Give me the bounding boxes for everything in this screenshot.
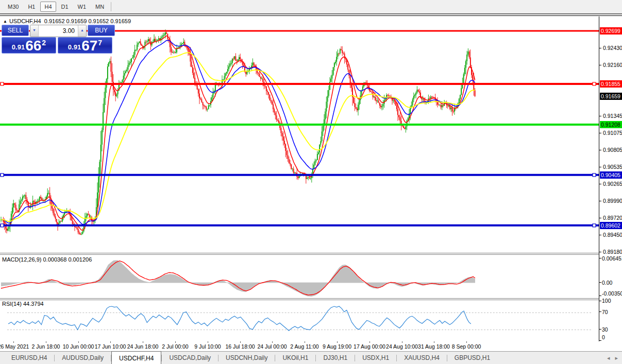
timeframe-button-group: M30H1H4D1W1MN — [3, 0, 109, 12]
price-tick-label: 0.91075 — [603, 130, 622, 136]
time-tick-mark — [208, 341, 208, 343]
time-tick-label: 8 Sep 00:00 — [452, 343, 481, 350]
time-tick-label: 24 Aug 10:00 — [386, 343, 418, 350]
timeframe-button-h4[interactable]: H4 — [40, 2, 56, 12]
macd-tick-label: 0.006451 — [602, 255, 622, 262]
one-click-panel-arrow-icon[interactable]: ▲ — [3, 19, 7, 24]
price-tick-mark — [599, 65, 601, 65]
macd-tick-mark — [599, 282, 601, 283]
buy-price-point: 7 — [98, 39, 102, 47]
macd-tick-mark — [599, 258, 601, 258]
bar-close-value: 0.91659 — [110, 18, 131, 24]
price-tick-label: 0.92430 — [603, 45, 622, 51]
rsi-tick-label: 70 — [602, 309, 608, 315]
volume-decrease-button[interactable]: ▼ — [30, 25, 39, 37]
tab-scroll-right-icon[interactable]: ▸ — [615, 355, 618, 361]
timeframe-button-w1[interactable]: W1 — [74, 2, 91, 12]
price-tick-mark — [599, 167, 601, 167]
line-handle[interactable] — [1, 224, 4, 227]
time-tick-label: 17 Aug 00:00 — [354, 343, 385, 350]
timeframe-button-h1[interactable]: H1 — [24, 2, 39, 12]
rsi-panel-canvas[interactable] — [0, 300, 599, 342]
time-tick-mark — [78, 341, 79, 343]
timeframe-button-d1[interactable]: D1 — [57, 2, 73, 12]
bar-high-value: 0.91659 — [66, 18, 87, 24]
price-badge-0.92699: 0.92699 — [600, 27, 622, 34]
macd-tick-label: 0.00 — [602, 280, 612, 286]
time-tick-mark — [13, 341, 14, 343]
time-tick-mark — [143, 341, 143, 343]
time-tick-mark — [272, 341, 273, 343]
chart-tab-usdchf[interactable]: USDCHF,H4 — [111, 351, 161, 364]
chart-window: ▲USDCHF,H4 0.91652 0.91659 0.91652 0.916… — [0, 15, 622, 341]
line-handle[interactable] — [1, 174, 4, 177]
tab-scroll-left-icon[interactable]: ◂ — [607, 355, 610, 361]
price-tick-label: 0.92160 — [603, 62, 622, 68]
timeframe-button-mn[interactable]: MN — [91, 2, 108, 12]
time-tick-mark — [240, 341, 241, 343]
price-tick-label: 0.90265 — [603, 181, 622, 187]
price-tick-mark — [599, 235, 601, 235]
chart-tab-eurusd[interactable]: EURUSD,H4 — [4, 352, 54, 364]
time-tick-label: 2 Jul 00:00 — [162, 343, 188, 350]
volume-input[interactable] — [39, 25, 78, 37]
price-axis[interactable]: 0.924300.921600.913450.910750.908050.905… — [599, 16, 622, 342]
line-handle[interactable] — [593, 82, 596, 85]
time-tick-label: 17 Jun 10:00 — [95, 343, 126, 350]
chart-tab-ukoil[interactable]: UKOil,H1 — [275, 352, 315, 364]
price-tick-mark — [599, 184, 601, 184]
price-tick-label: 0.89720 — [603, 215, 622, 221]
chart-tab-xauusd[interactable]: XAUUSD,H4 — [397, 352, 447, 364]
rsi-tick-mark — [599, 301, 601, 301]
price-tick-label: 0.90805 — [603, 147, 622, 153]
chart-tab-usdcad[interactable]: USDCAD,Daily — [162, 352, 218, 364]
price-tick-label: 0.89450 — [603, 232, 622, 238]
price-tick-mark — [599, 133, 601, 133]
chart-tab-dj30[interactable]: DJ30,H1 — [316, 352, 355, 364]
volume-increase-button[interactable]: ▲ — [78, 25, 86, 37]
macd-tick-label: -0.003507 — [602, 290, 622, 297]
buy-button[interactable]: BUY — [88, 25, 115, 36]
ma-medium-line — [1, 40, 475, 224]
line-handle[interactable] — [593, 174, 596, 177]
volume-spinner: ▼ ▲ — [30, 25, 87, 37]
time-tick-label: 2 Aug 11:00 — [290, 343, 318, 350]
time-tick-label: 10 Jun 00:00 — [63, 343, 94, 350]
time-tick-mark — [337, 341, 338, 343]
time-tick-label: 9 Aug 19:00 — [323, 343, 351, 350]
time-tick-label: 24 Jun 18:00 — [127, 343, 159, 350]
chart-tab-bar: EURUSD,H4AUDUSD,DailyUSDCHF,H4USDCAD,Dai… — [0, 351, 622, 364]
chart-tab-usdx[interactable]: USDX,H1 — [355, 352, 396, 364]
rsi-tick-mark — [599, 329, 601, 330]
chart-tab-audusd[interactable]: AUDUSD,Daily — [55, 352, 111, 364]
rsi-label: RSI(14) 44.3794 — [2, 301, 44, 307]
time-tick-mark — [305, 341, 305, 343]
line-handle[interactable] — [593, 224, 596, 227]
rsi-tick-mark — [599, 340, 601, 341]
time-tick-mark — [369, 341, 370, 343]
buy-price-display[interactable]: 0.91 67 7 — [58, 37, 112, 54]
chart-tab-gbpusd[interactable]: GBPUSD,H1 — [447, 352, 497, 364]
timeframe-toolbar: M30H1H4D1W1MN — [0, 0, 622, 14]
time-axis[interactable]: 26 May 20212 Jun 18:0010 Jun 00:0017 Jun… — [0, 341, 622, 351]
time-tick-mark — [175, 341, 176, 343]
timeframe-button-m30[interactable]: M30 — [4, 2, 23, 12]
price-badge-0.89602: 0.89602 — [600, 222, 622, 229]
time-tick-mark — [46, 341, 46, 343]
tab-scroll-arrows: ◂ ▸ — [607, 352, 618, 364]
sell-button[interactable]: SELL — [2, 25, 29, 36]
chart-header: ▲USDCHF,H4 0.91652 0.91659 0.91652 0.916… — [3, 18, 131, 24]
chart-tab-usdcnh[interactable]: USDCNH,Daily — [218, 352, 275, 364]
time-tick-mark — [110, 341, 111, 343]
sell-price-display[interactable]: 0.91 66 2 — [2, 37, 56, 54]
macd-histogram — [1, 260, 475, 297]
bar-open-value: 0.91652 — [44, 18, 65, 24]
price-tick-mark — [599, 201, 601, 201]
rsi-tick-label: 0 — [602, 334, 605, 340]
price-tick-mark — [599, 48, 601, 48]
ma-fast-line — [1, 36, 475, 231]
sell-price-base: 0.91 — [12, 43, 25, 51]
price-tick-label: 0.91345 — [603, 113, 622, 119]
line-handle[interactable] — [1, 82, 4, 85]
rsi-tick-label: 30 — [602, 326, 608, 333]
